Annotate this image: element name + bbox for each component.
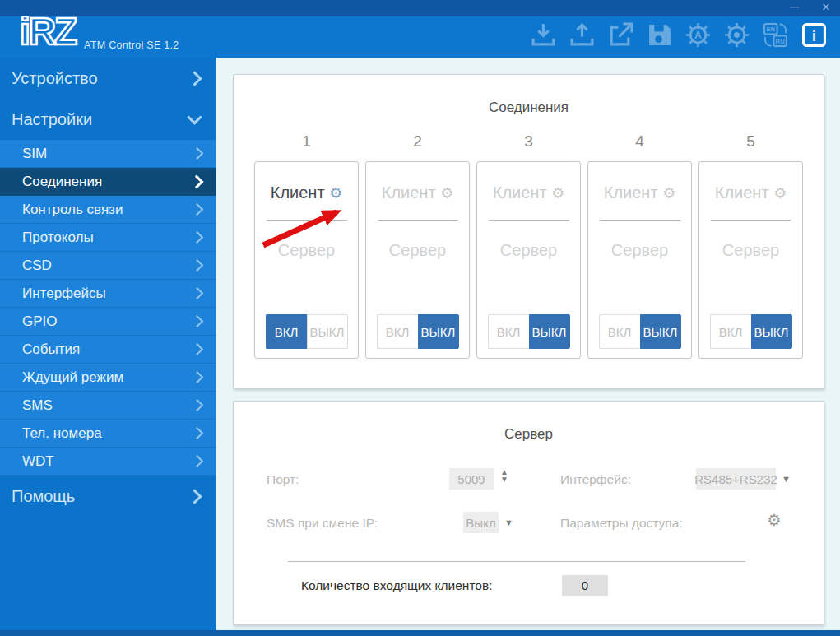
toggle-on-button[interactable]: ВКЛ	[599, 314, 640, 349]
client-settings-gear-icon[interactable]: ⚙	[440, 185, 453, 202]
connection-number: 4	[587, 132, 692, 151]
sidebar-item-device[interactable]: Устройство	[0, 58, 216, 99]
connection-number: 3	[476, 132, 581, 151]
toggle-on-button[interactable]: ВКЛ	[488, 314, 529, 349]
sidebar-item-help[interactable]: Помощь	[0, 476, 216, 517]
server-panel: Сервер Порт: 5009 ▲▼ Интерфейс: RS485+RS…	[233, 401, 824, 625]
download-icon[interactable]	[531, 22, 556, 48]
sub-item-label: Ждущий режим	[22, 369, 123, 386]
sidebar-item-interfaces[interactable]: Интерфейсы	[0, 280, 216, 308]
auto-settings-gear-icon[interactable]: A	[685, 22, 711, 48]
spinner-down-icon[interactable]: ▼	[500, 476, 508, 483]
window-bottom-border	[0, 630, 840, 636]
client-label: Клиент	[271, 183, 325, 202]
chevron-right-icon	[191, 287, 204, 300]
sidebar-item-sim[interactable]: SIM	[0, 140, 216, 168]
connections-panel-title: Соединения	[234, 100, 824, 116]
power-toggle: ВКЛ ВЫКЛ	[266, 314, 348, 349]
connections-panel: Соединения 1 2 3 4 5 Клиент ⚙ Сервер ВКЛ…	[233, 74, 824, 389]
port-input[interactable]: 5009	[449, 468, 494, 490]
sidebar-item-connections[interactable]: Соединения	[0, 168, 216, 196]
divider	[288, 561, 745, 562]
toggle-off-button[interactable]: ВЫКЛ	[529, 314, 570, 349]
sidebar-item-protocols[interactable]: Протоколы	[0, 224, 216, 252]
chevron-right-icon	[191, 343, 204, 356]
connection-number: 2	[365, 132, 470, 151]
connection-number: 1	[254, 132, 359, 151]
connection-card-4: Клиент ⚙ Сервер ВКЛ ВЫКЛ	[587, 161, 692, 359]
settings-submenu: SIM Соединения Контроль связи Протоколы …	[0, 140, 216, 476]
chevron-right-icon	[191, 399, 204, 412]
client-settings-gear-icon[interactable]: ⚙	[662, 185, 675, 202]
connection-card-1: Клиент ⚙ Сервер ВКЛ ВЫКЛ	[254, 161, 359, 359]
window-titlebar: – ×	[0, 0, 840, 16]
chevron-right-icon	[191, 203, 204, 216]
lang-ru-label: RU	[776, 38, 786, 45]
info-icon[interactable]: i	[801, 22, 827, 48]
close-button[interactable]: ×	[822, 0, 830, 15]
export-icon[interactable]	[608, 22, 633, 48]
toggle-off-button[interactable]: ВЫКЛ	[418, 314, 459, 349]
toggle-on-button[interactable]: ВКЛ	[377, 314, 418, 349]
sidebar-item-wdt[interactable]: WDT	[0, 448, 216, 476]
power-toggle: ВКЛ ВЫКЛ	[377, 314, 459, 349]
sidebar-item-standby[interactable]: Ждущий режим	[0, 364, 216, 392]
interface-select[interactable]: RS485+RS232	[696, 468, 776, 490]
sidebar-item-events[interactable]: События	[0, 336, 216, 364]
sidebar-item-settings[interactable]: Настройки	[0, 99, 216, 140]
client-settings-gear-icon[interactable]: ⚙	[551, 185, 564, 202]
port-spinner[interactable]: ▲▼	[500, 469, 508, 483]
server-label: Сервер	[477, 241, 580, 260]
client-row: Клиент ⚙	[699, 183, 802, 202]
client-label: Клиент	[604, 183, 658, 202]
access-params-gear-icon[interactable]: ⚙	[767, 510, 782, 530]
server-label: Сервер	[255, 241, 358, 260]
client-settings-gear-icon[interactable]: ⚙	[329, 185, 342, 202]
server-label: Сервер	[588, 241, 691, 260]
sub-item-label: WDT	[22, 453, 54, 470]
server-label: Сервер	[366, 241, 469, 260]
incoming-clients-value: 0	[562, 575, 608, 596]
interface-dropdown-arrow-icon[interactable]: ▼	[782, 474, 791, 484]
save-icon[interactable]	[647, 22, 672, 48]
power-toggle: ВКЛ ВЫКЛ	[599, 314, 681, 349]
settings-gear-icon[interactable]	[724, 22, 750, 48]
sidebar-item-label: Настройки	[12, 110, 92, 129]
chevron-right-icon	[191, 315, 204, 328]
divider	[711, 220, 791, 221]
sub-item-label: Протоколы	[22, 230, 94, 246]
chevron-right-icon	[187, 71, 202, 86]
sidebar-item-link-control[interactable]: Контроль связи	[0, 196, 216, 224]
chevron-right-icon	[191, 427, 204, 440]
toggle-off-button[interactable]: ВЫКЛ	[307, 314, 348, 349]
connection-card-5: Клиент ⚙ Сервер ВКЛ ВЫКЛ	[698, 161, 803, 359]
sidebar-item-csd[interactable]: CSD	[0, 252, 216, 280]
app-title: ATM Control SE 1.2	[84, 39, 179, 51]
main-content: Соединения 1 2 3 4 5 Клиент ⚙ Сервер ВКЛ…	[216, 58, 840, 630]
divider	[267, 220, 347, 221]
interface-label: Интерфейс:	[560, 472, 631, 487]
language-toggle-icon[interactable]: EN RU	[763, 22, 788, 48]
lang-en-label: EN	[766, 26, 775, 33]
connection-number: 5	[698, 132, 803, 151]
upload-icon[interactable]	[569, 22, 595, 48]
chevron-down-icon	[187, 109, 202, 124]
sms-dropdown-arrow-icon[interactable]: ▼	[504, 518, 513, 527]
sidebar-item-phone-numbers[interactable]: Тел. номера	[0, 420, 216, 448]
sidebar-item-sms[interactable]: SMS	[0, 392, 216, 420]
connection-cards-row: Клиент ⚙ Сервер ВКЛ ВЫКЛ Клиент ⚙ Сервер	[234, 161, 824, 359]
toggle-off-button[interactable]: ВЫКЛ	[751, 314, 792, 349]
sidebar-item-gpio[interactable]: GPIO	[0, 308, 216, 336]
minimize-button[interactable]: –	[790, 0, 799, 13]
client-settings-gear-icon[interactable]: ⚙	[773, 185, 787, 202]
chevron-right-icon	[191, 259, 204, 272]
toggle-on-button[interactable]: ВКЛ	[266, 314, 307, 349]
chevron-right-icon	[190, 174, 204, 188]
sms-on-ip-change-select[interactable]: Выкл	[463, 512, 499, 533]
toggle-off-button[interactable]: ВЫКЛ	[640, 314, 681, 349]
client-label: Клиент	[382, 183, 436, 202]
toolbar: A EN RU i	[531, 22, 827, 48]
divider	[489, 220, 569, 221]
toggle-on-button[interactable]: ВКЛ	[710, 314, 751, 349]
divider	[600, 220, 680, 221]
